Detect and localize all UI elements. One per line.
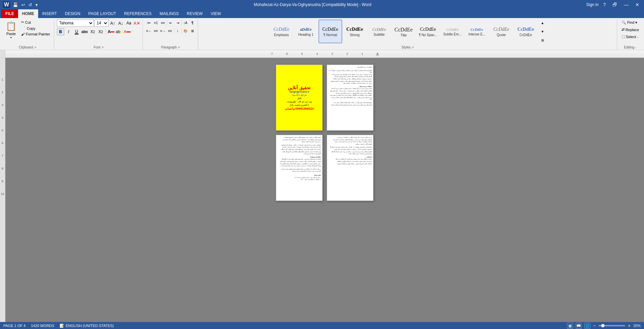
minimize-button[interactable]: —: [622, 1, 631, 8]
highlight-button[interactable]: ab: [115, 28, 123, 35]
copy-button[interactable]: 📄 Copy: [19, 25, 52, 31]
line-spacing-button[interactable]: ↕: [174, 27, 181, 34]
editing-collapse-icon[interactable]: ↑: [635, 46, 637, 49]
paragraph-row1: ≡• ≡1 ≡≡ ⇤ ⇥ ↕A ¶: [146, 19, 196, 26]
underline-button[interactable]: U: [73, 28, 80, 35]
styles-expand-icon[interactable]: ↗: [411, 46, 414, 49]
status-left: PAGE 1 OF 4 1420 WORDS 📝 ENGLISH (UNITED…: [3, 324, 114, 328]
tab-design[interactable]: DESIGN: [61, 9, 84, 18]
clear-format-button[interactable]: A✕: [133, 19, 141, 27]
font-name-select[interactable]: Tahoma: [57, 19, 94, 27]
numbering-button[interactable]: ≡1: [153, 19, 159, 26]
title-bar-left: W 💾 ↩ ↺ ▾: [3, 1, 39, 8]
font-expand-icon[interactable]: ↗: [101, 46, 104, 49]
subscript-button[interactable]: X2: [89, 28, 96, 35]
font-shrink-button[interactable]: A↓: [117, 19, 125, 27]
style-intenseE[interactable]: CcDdEe Intense E...: [465, 20, 489, 43]
sign-in-button[interactable]: Sign in: [586, 2, 599, 7]
paragraph-expand-icon[interactable]: ↗: [177, 46, 180, 49]
styles-scroll-up[interactable]: ▲: [539, 19, 546, 26]
qat-customize-icon[interactable]: ▾: [34, 2, 39, 8]
tab-home[interactable]: HOME: [18, 9, 38, 18]
change-case-button[interactable]: Aa: [125, 19, 133, 27]
ruler-marker[interactable]: △: [376, 51, 379, 56]
language-label: ENGLISH (UNITED STATES): [66, 324, 114, 328]
strikethrough-button[interactable]: abc: [81, 28, 88, 35]
title-bar-controls: Sign in ? 🗗 — ✕: [586, 1, 642, 8]
page-1: تحقیق آنلاین Tahghighonline.ir مرجع دانل…: [276, 65, 323, 131]
style-nospace[interactable]: CcDdEe ¶ No Spac...: [416, 20, 440, 43]
decrease-indent-button[interactable]: ⇤: [167, 19, 174, 26]
show-hide-button[interactable]: ¶: [189, 19, 196, 26]
select-button[interactable]: ⬚ Select -: [620, 33, 640, 40]
font-color-button[interactable]: A: [107, 28, 115, 35]
align-right-button[interactable]: ≡→: [160, 27, 166, 34]
zoom-level[interactable]: 20%: [633, 324, 641, 328]
zoom-plus-button[interactable]: +: [628, 323, 631, 328]
styles-more[interactable]: ⊞: [539, 37, 546, 43]
read-mode-button[interactable]: 📖: [576, 323, 582, 329]
bold-button[interactable]: B: [57, 28, 64, 35]
replace-button[interactable]: ⇄ Replace: [620, 26, 641, 33]
page-3-lines: تداوم حفاظت از منابع دریایی مستلزم همکار…: [277, 136, 321, 181]
paste-dropdown-icon[interactable]: ▾: [10, 36, 12, 39]
tab-review[interactable]: REVIEW: [183, 9, 207, 18]
ad-title: تحقیق آنلاین: [288, 85, 311, 90]
borders-button[interactable]: ⊞: [189, 27, 196, 34]
close-button[interactable]: ✕: [633, 1, 641, 8]
bullets-button[interactable]: ≡•: [146, 19, 152, 26]
style-title[interactable]: CcDdEe Title: [392, 20, 415, 43]
format-painter-button[interactable]: 🖌 Format Painter: [19, 31, 52, 37]
style-subtitle[interactable]: CcDdEe Subtitle: [368, 20, 391, 43]
style-subtleEm[interactable]: CcDdEe Subtle Em...: [441, 20, 464, 43]
text-color-button[interactable]: A: [124, 28, 131, 35]
print-layout-button[interactable]: ▦: [567, 323, 573, 329]
save-icon[interactable]: 💾: [12, 2, 19, 8]
page-4: در این فصل به بررسی تأثیر تغییرات اقلیمی…: [327, 135, 374, 201]
cut-button[interactable]: ✂ Cut: [19, 19, 52, 25]
style-extra[interactable]: CcDdEe CcDdEe: [514, 20, 538, 43]
tab-file[interactable]: FILE: [1, 9, 18, 18]
italic-button[interactable]: I: [65, 28, 72, 35]
tab-pagelayout[interactable]: PAGE LAYOUT: [84, 9, 120, 18]
styles-group: CcDdEe Emphasis aDdEe Heading 1 CcDdEe ¶…: [199, 19, 617, 50]
style-normal[interactable]: CcDdEe ¶ Normal: [319, 20, 342, 43]
find-button[interactable]: 🔍 Find ▾: [620, 19, 639, 26]
font-grow-button[interactable]: A↑: [109, 19, 116, 27]
tab-insert[interactable]: INSERT: [38, 9, 61, 18]
zoom-minus-button[interactable]: −: [593, 323, 596, 328]
shading-button[interactable]: 🎨: [182, 27, 189, 34]
style-heading1[interactable]: aDdEe Heading 1: [294, 20, 318, 43]
style-quote-preview: CcDdEe: [493, 27, 509, 32]
justify-button[interactable]: ≡≡: [167, 27, 173, 34]
copy-label: Copy: [27, 26, 35, 30]
styles-scroll-down[interactable]: ▼: [539, 28, 546, 35]
help-button[interactable]: ?: [601, 1, 608, 8]
superscript-button[interactable]: X2: [97, 28, 104, 35]
align-left-button[interactable]: ≡←: [146, 27, 152, 34]
web-layout-button[interactable]: 🌐: [584, 323, 590, 329]
clipboard-group-content: 📋 Paste ▾ ✂ Cut 📄 Copy 🖌 Format Painter: [3, 19, 52, 45]
style-emphasis[interactable]: CcDdEe Emphasis: [270, 20, 293, 43]
font-size-select[interactable]: 14: [94, 19, 108, 27]
style-strong[interactable]: CcDdEe Strong: [343, 20, 367, 43]
language-indicator[interactable]: 📝 ENGLISH (UNITED STATES): [60, 324, 114, 328]
tab-mailings[interactable]: MAILINGS: [156, 9, 183, 18]
style-quote[interactable]: CcDdEe Quote: [490, 20, 513, 43]
align-center-button[interactable]: ≡≡: [153, 27, 159, 34]
undo-icon[interactable]: ↩: [20, 2, 26, 8]
ruler-area: 7 6 5 4 3 2 1 1 △: [0, 50, 644, 58]
sort-button[interactable]: ↕A: [182, 19, 189, 26]
style-emphasis-label: Emphasis: [274, 33, 289, 37]
multilevel-button[interactable]: ≡≡: [160, 19, 166, 26]
tab-references[interactable]: REFERENCES: [120, 9, 156, 18]
redo-icon[interactable]: ↺: [27, 2, 33, 8]
tab-view[interactable]: VIEW: [207, 9, 225, 18]
restore-button[interactable]: 🗗: [611, 1, 619, 8]
paste-button[interactable]: 📋 Paste ▾: [3, 19, 19, 41]
document-area[interactable]: 1 2 3 4 5 6 7 8 9 10 تحقیق آنلاین Tahghi…: [0, 58, 644, 322]
increase-indent-button[interactable]: ⇥: [174, 19, 181, 26]
zoom-slider[interactable]: [598, 325, 625, 326]
clipboard-expand-icon[interactable]: ↗: [34, 46, 36, 49]
style-intenseE-preview: CcDdEe: [471, 27, 483, 32]
